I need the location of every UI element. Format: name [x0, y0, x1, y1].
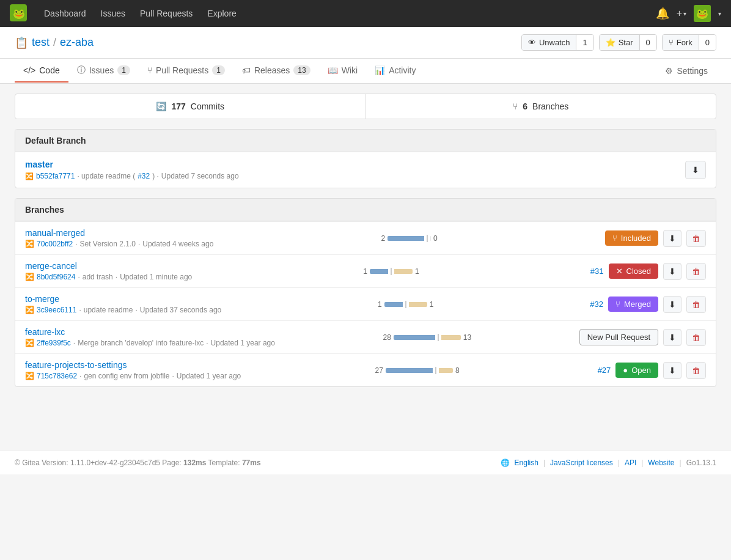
download-branch-button[interactable]: ⬇ [663, 263, 681, 280]
bar-ahead [430, 236, 431, 241]
bar-behind [388, 236, 424, 241]
branch-message: add trash [83, 273, 113, 281]
fork-button[interactable]: ⑂ Fork [663, 35, 699, 50]
default-branch-name[interactable]: master [25, 160, 53, 169]
branch-row: feature-lxc 🔀 2ffe939f5c · Merge branch … [15, 320, 716, 353]
delete-branch-button[interactable]: 🗑 [686, 263, 706, 280]
tab-issues[interactable]: ⓘ Issues 1 [68, 59, 139, 83]
branches-stat[interactable]: ⑂ 6 Branches [366, 94, 716, 119]
bar-ahead [439, 368, 453, 373]
branch-name-link[interactable]: manual-merged [25, 228, 85, 238]
pr-badge: 1 [212, 65, 225, 75]
nav-dashboard[interactable]: Dashboard [37, 0, 94, 27]
footer-sep3: | [641, 459, 643, 467]
branch-name-link[interactable]: merge-cancel [25, 261, 77, 271]
repo-owner-link[interactable]: test [32, 36, 50, 49]
branch-message: Set Version 2.1.0 [80, 240, 136, 248]
tab-releases[interactable]: 🏷 Releases 13 [233, 59, 319, 83]
new-pull-request-button[interactable]: New Pull Request [579, 329, 658, 345]
unwatch-btn-group: 👁 Unwatch 1 [521, 34, 594, 51]
default-branch-download[interactable]: ⬇ [685, 161, 706, 179]
branch-meta: 🔀 3c9eec6111 · update readme · Updated 3… [25, 306, 221, 314]
tag-icon: 🏷 [242, 65, 251, 75]
branch-info: feature-lxc 🔀 2ffe939f5c · Merge branch … [25, 327, 275, 347]
commits-stat[interactable]: 🔄 177 Commits [15, 94, 366, 119]
branch-info: manual-merged 🔀 70c002bff2 · Set Version… [25, 228, 213, 248]
delete-branch-button[interactable]: 🗑 [686, 329, 706, 346]
branch-hash[interactable]: 70c002bff2 [37, 240, 73, 248]
website-link[interactable]: Website [648, 459, 674, 467]
branch-bar-area: 2 0 [221, 234, 597, 243]
pr-link[interactable]: #27 [598, 366, 611, 375]
branch-info: to-merge 🔀 3c9eec6111 · update readme · … [25, 294, 221, 314]
language-link[interactable]: English [515, 459, 538, 467]
repo-name-link[interactable]: ez-aba [60, 36, 94, 49]
branch-row: manual-merged 🔀 70c002bff2 · Set Version… [15, 221, 716, 254]
tab-code[interactable]: </> Code [15, 59, 68, 83]
pr-link[interactable]: #31 [590, 267, 604, 276]
chevron-down-icon: ▾ [683, 10, 686, 17]
api-link[interactable]: API [625, 459, 636, 467]
branch-actions: #32 ⑂ Merged ⬇ 🗑 [590, 296, 706, 313]
repo-header: 📋 test / ez-aba 👁 Unwatch 1 ⭐ Star 0 ⑂ F… [0, 27, 731, 59]
branch-hash[interactable]: 2ffe939f5c [37, 339, 71, 347]
pr-link[interactable]: #32 [590, 300, 603, 309]
download-branch-button[interactable]: ⬇ [663, 230, 681, 247]
bar-ahead [409, 302, 427, 307]
repo-icon: 📋 [15, 36, 28, 50]
footer: © Gitea Version: 1.11.0+dev-42-g23045c7d… [0, 451, 731, 474]
bar-divider [391, 268, 392, 275]
branch-hash[interactable]: 8b0d5f9624 [37, 273, 75, 281]
gitea-logo-icon[interactable]: 🐸 [10, 4, 27, 23]
branch-actions: #31 ✕ Closed ⬇ 🗑 [590, 263, 706, 280]
default-branch-pr-ref[interactable]: #32 [138, 172, 150, 180]
tab-wiki[interactable]: 📖 Wiki [319, 59, 366, 83]
branch-row: feature-projects-to-settings 🔀 715c783e6… [15, 353, 716, 386]
fork-count: 0 [699, 35, 716, 50]
avatar-image: 🐸 [696, 8, 708, 20]
closed-icon: ✕ [616, 267, 623, 276]
delete-branch-button[interactable]: 🗑 [686, 296, 706, 313]
bar-behind [386, 368, 433, 373]
branches-icon: ⑂ [513, 101, 518, 111]
branch-row: to-merge 🔀 3c9eec6111 · update readme · … [15, 287, 716, 320]
nav-pullrequests[interactable]: Pull Requests [133, 0, 200, 27]
tab-pullrequests[interactable]: ⑂ Pull Requests 1 [139, 59, 233, 83]
tab-settings[interactable]: ⚙ Settings [656, 60, 716, 82]
behind-count: 1 [370, 300, 382, 309]
download-branch-button[interactable]: ⬇ [663, 362, 681, 379]
delete-branch-button[interactable]: 🗑 [686, 230, 706, 247]
ahead-count: 8 [455, 366, 468, 375]
unwatch-button[interactable]: 👁 Unwatch [522, 35, 576, 50]
download-branch-button[interactable]: ⬇ [663, 296, 681, 313]
star-btn-group: ⭐ Star 0 [599, 34, 657, 51]
branch-hash[interactable]: 3c9eec6111 [37, 306, 76, 314]
star-button[interactable]: ⭐ Star [600, 35, 639, 50]
create-button[interactable]: + ▾ [677, 8, 686, 19]
footer-sep2: | [618, 459, 620, 467]
branch-hash[interactable]: 715c783e62 [37, 372, 77, 380]
branch-actions: #27 ● Open ⬇ 🗑 [598, 362, 706, 379]
commits-label: Commits [191, 101, 224, 111]
js-licenses-link[interactable]: JavaScript licenses [550, 459, 613, 467]
download-icon: ⬇ [692, 165, 699, 175]
branch-name-link[interactable]: feature-lxc [25, 327, 65, 337]
tab-activity[interactable]: 📊 Activity [366, 59, 424, 83]
avatar[interactable]: 🐸 [694, 5, 711, 22]
hash-icon: 🔀 [25, 339, 34, 347]
nav-issues[interactable]: Issues [94, 0, 133, 27]
branch-updated: Updated 4 weeks ago [142, 240, 213, 248]
nav-explore[interactable]: Explore [200, 0, 243, 27]
behind-count: 27 [371, 366, 383, 375]
branch-name-link[interactable]: feature-projects-to-settings [25, 360, 127, 370]
branch-name-link[interactable]: to-merge [25, 294, 59, 304]
default-branch-hash[interactable]: b552fa7771 [36, 172, 75, 180]
user-menu-chevron[interactable]: ▾ [718, 10, 721, 17]
branch-meta: 🔀 70c002bff2 · Set Version 2.1.0 · Updat… [25, 240, 213, 248]
star-icon: ⭐ [606, 38, 615, 47]
download-branch-button[interactable]: ⬇ [663, 329, 681, 346]
commits-count: 177 [171, 101, 185, 111]
notification-button[interactable]: 🔔 [656, 7, 669, 20]
delete-branch-button[interactable]: 🗑 [686, 362, 706, 379]
branch-updated: Updated 37 seconds ago [140, 306, 221, 314]
